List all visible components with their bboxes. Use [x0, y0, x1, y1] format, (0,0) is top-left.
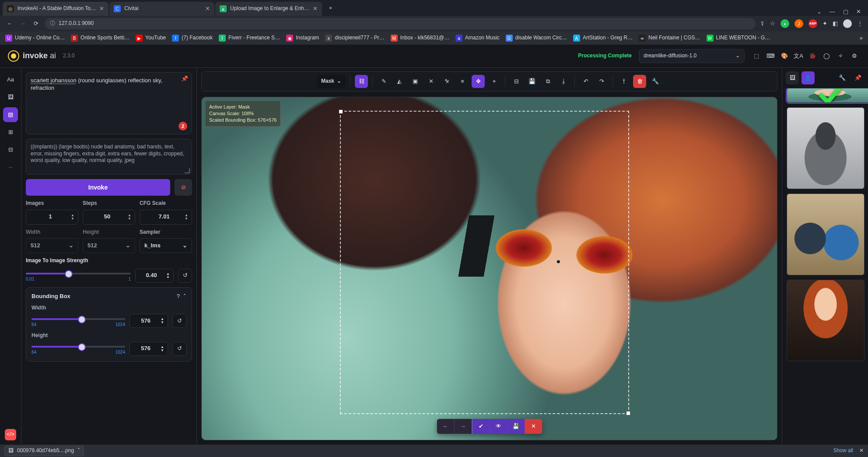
- wrench-icon[interactable]: 🔧: [649, 75, 662, 88]
- extensions-icon[interactable]: ✦: [822, 20, 827, 28]
- download-icon[interactable]: ⭳: [557, 75, 570, 88]
- close-shelf-icon[interactable]: ✕: [859, 447, 864, 454]
- menu-icon[interactable]: ⋮: [857, 20, 863, 28]
- trash-icon[interactable]: 🗑: [633, 75, 646, 88]
- bbox-width-input[interactable]: 576▲▼: [130, 314, 168, 328]
- pin-icon[interactable]: 📌: [181, 75, 188, 83]
- bbox-height-input[interactable]: 576▲▼: [130, 342, 168, 356]
- copy-icon[interactable]: ⧉: [541, 75, 554, 88]
- sidepanel-icon[interactable]: ◧: [833, 20, 838, 28]
- rail-canvas-icon[interactable]: ▧: [3, 107, 18, 122]
- bookmark-item[interactable]: WLINE WEBTOON - G…: [707, 35, 770, 42]
- gallery-tab-images-icon[interactable]: 🖼: [786, 71, 799, 84]
- forward-icon[interactable]: →: [18, 20, 27, 28]
- save-icon[interactable]: 💾: [525, 75, 539, 88]
- show-hide-icon[interactable]: 👁: [490, 419, 507, 434]
- rail-postprocess-icon[interactable]: ⊟: [3, 142, 18, 157]
- merge-icon[interactable]: ⊟: [510, 75, 523, 88]
- browser-tab-0[interactable]: ◎ InvokeAI - A Stable Diffusion To… ✕: [3, 2, 108, 16]
- bookmark-item[interactable]: ▶YouTube: [136, 35, 166, 42]
- bookmark-item[interactable]: UUdemy - Online Co…: [5, 35, 65, 42]
- gear-icon[interactable]: ⚙: [849, 50, 860, 62]
- keyboard-icon[interactable]: ⌨: [765, 50, 776, 62]
- gallery-thumb[interactable]: [787, 88, 868, 103]
- height-select[interactable]: 512⌄: [83, 238, 135, 253]
- pin-icon[interactable]: 📌: [851, 71, 864, 84]
- positive-prompt[interactable]: 📌 scarlett johansson (round sunglasses) …: [26, 72, 192, 134]
- layer-select[interactable]: Mask ⌄: [317, 75, 346, 88]
- palette-icon[interactable]: 🎨: [779, 50, 790, 62]
- share-icon[interactable]: ⇪: [760, 20, 765, 28]
- bookmark-item[interactable]: fFiverr - Freelance S…: [219, 35, 280, 42]
- wrench-icon[interactable]: 🔧: [836, 71, 849, 84]
- reset-icon[interactable]: ↺: [172, 342, 186, 356]
- width-select[interactable]: 512⌄: [26, 238, 78, 253]
- close-icon[interactable]: ✕: [99, 5, 104, 13]
- download-item[interactable]: 🖼 000979.40d74eb5....png ˄: [4, 446, 84, 456]
- cube-icon[interactable]: ⬚: [751, 50, 762, 62]
- spinner-icons[interactable]: ▲▼: [185, 214, 188, 221]
- clear-mask-icon[interactable]: ✕: [424, 75, 438, 88]
- i2i-slider[interactable]: [26, 269, 131, 277]
- chevron-up-icon[interactable]: ˄: [183, 293, 186, 300]
- dev-console-icon[interactable]: </>: [5, 429, 16, 440]
- rail-img2img-icon[interactable]: 🖼: [3, 90, 18, 105]
- save-staging-icon[interactable]: 💾: [507, 419, 525, 434]
- url-input[interactable]: ⓘ 127.0.0.1:9090: [45, 18, 756, 29]
- github-icon[interactable]: ◯: [821, 50, 832, 62]
- bookmark-overflow-icon[interactable]: »: [860, 35, 863, 42]
- cfg-input[interactable]: 7.01▲▼: [140, 210, 192, 225]
- show-all-downloads[interactable]: Show all: [833, 447, 853, 454]
- bookmark-item[interactable]: BOnline Sports Betti…: [71, 35, 130, 42]
- fill-icon[interactable]: ▣: [409, 75, 422, 88]
- close-window-icon[interactable]: ✕: [856, 8, 861, 16]
- bookmark-item[interactable]: ◉Instagram: [286, 35, 319, 42]
- brush-icon[interactable]: ✎: [377, 75, 390, 88]
- bug-icon[interactable]: 🐞: [807, 50, 818, 62]
- rail-training-icon[interactable]: ↔: [3, 160, 18, 175]
- reset-icon[interactable]: ↺: [178, 269, 192, 283]
- bookmark-item[interactable]: f(7) Facebook: [172, 35, 213, 42]
- gallery-thumb[interactable]: [787, 193, 864, 275]
- spinner-icons[interactable]: ▲▼: [166, 272, 170, 279]
- chevron-up-icon[interactable]: ˄: [77, 447, 80, 454]
- bounding-box-overlay[interactable]: [340, 111, 630, 414]
- new-tab-button[interactable]: ＋: [325, 2, 337, 14]
- target-icon[interactable]: ⌖: [487, 75, 500, 88]
- gallery-thumb[interactable]: [787, 280, 864, 362]
- lines-icon[interactable]: ≡: [456, 75, 469, 88]
- invoke-button[interactable]: Invoke: [26, 179, 170, 196]
- discord-icon[interactable]: ✧: [835, 50, 846, 62]
- resize-handle-icon[interactable]: [185, 168, 190, 173]
- rail-txt2img-icon[interactable]: Aa: [3, 72, 18, 87]
- undo-icon[interactable]: ↶: [579, 75, 592, 88]
- negative-prompt[interactable]: ((implants)) (large boobs) nude bad anat…: [26, 139, 192, 175]
- link-icon[interactable]: ⛓: [355, 75, 368, 88]
- profile-avatar-icon[interactable]: [843, 19, 852, 28]
- bookmark-item[interactable]: Gdisable Wacom Circ…: [506, 35, 567, 42]
- rail-nodes-icon[interactable]: ⊞: [3, 125, 18, 140]
- bookmark-item[interactable]: ∞Neil Fontaine | CGS…: [639, 35, 700, 42]
- bookmark-item[interactable]: aAmazon Music: [455, 35, 500, 42]
- canvas-viewport[interactable]: Active Layer: Mask Canvas Scale: 108% Sc…: [201, 97, 777, 440]
- eraser-icon[interactable]: ◭: [393, 75, 406, 88]
- eyedropper-icon[interactable]: ✎̷: [440, 75, 453, 88]
- bookmark-item[interactable]: AArtStation - Greg R…: [573, 35, 633, 42]
- reset-icon[interactable]: ↺: [172, 314, 186, 328]
- bbox-height-slider[interactable]: [32, 342, 125, 350]
- chevron-down-icon[interactable]: ⌄: [817, 8, 822, 16]
- next-icon[interactable]: →: [454, 419, 472, 434]
- discard-icon[interactable]: ✕: [525, 419, 542, 434]
- redo-icon[interactable]: ↷: [595, 75, 608, 88]
- model-select[interactable]: dreamlike-diffusion-1.0 ⌄: [639, 49, 745, 63]
- browser-tab-2[interactable]: ▲ Upload Image to Enlarge & Enh… ✕: [215, 2, 322, 16]
- gallery-tab-user-icon[interactable]: 👤: [802, 71, 815, 84]
- accept-icon[interactable]: ✔: [472, 419, 490, 434]
- cancel-button[interactable]: ⊘: [175, 179, 192, 196]
- upload-icon[interactable]: ⭱: [617, 75, 630, 88]
- help-icon[interactable]: ?: [177, 293, 180, 300]
- language-icon[interactable]: 文A: [793, 50, 804, 62]
- bookmark-item[interactable]: xdiscipleneil777 - Pr…: [325, 35, 384, 42]
- back-icon[interactable]: ←: [5, 20, 14, 28]
- images-input[interactable]: 1▲▼: [26, 210, 78, 225]
